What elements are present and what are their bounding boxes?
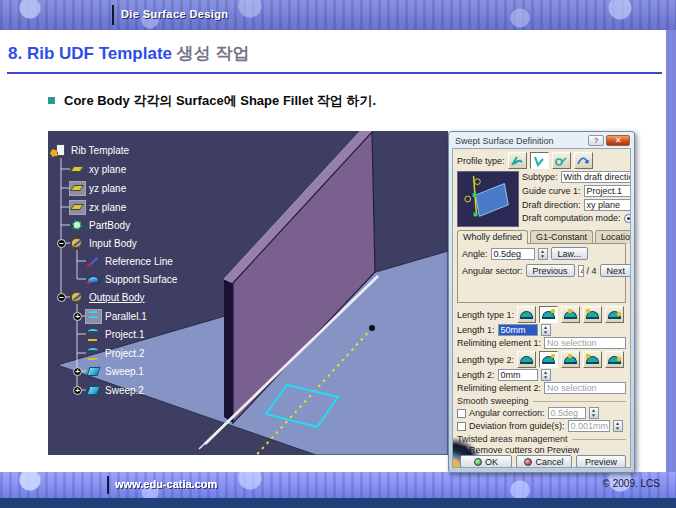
dialog-titlebar[interactable]: Swept Surface Definition ? ✕ [452, 133, 631, 148]
tree-item-label: yz plane [89, 183, 126, 194]
previous-button[interactable]: Previous [526, 264, 575, 277]
deviation-label: Deviation from guide(s): [469, 421, 565, 431]
length-type1-option2-button[interactable] [539, 306, 558, 323]
length2-spinner[interactable]: ▲▼ [541, 369, 551, 381]
profile-type-explicit-button[interactable] [508, 152, 527, 169]
rib-wall-edge [224, 279, 233, 423]
profile-type-conic-button[interactable] [574, 152, 593, 169]
support-surface-icon [86, 273, 101, 286]
tree-item-label: Reference Line [105, 256, 173, 267]
close-icon[interactable]: ✕ [606, 135, 630, 146]
tree-item-label: PartBody [89, 220, 130, 231]
tab-wholly-defined[interactable]: Wholly defined [457, 230, 528, 244]
length-type1-option5-button[interactable] [605, 306, 624, 323]
angular-correction-spinner[interactable]: ▲▼ [589, 407, 599, 419]
tree-item-reference-line[interactable]: Reference Line [86, 254, 173, 268]
tree-item-project-1[interactable]: Project.1 [86, 327, 144, 341]
project-curve-icon [86, 328, 101, 341]
length1-spinner[interactable]: ▲▼ [541, 324, 551, 336]
collapse-toggle-icon[interactable]: − [57, 239, 66, 248]
tree-item-output-body[interactable]: Output Body [70, 290, 145, 304]
sector-field[interactable]: 4 [578, 265, 584, 277]
profile-type-circle-button[interactable] [552, 152, 571, 169]
tree-item-sweep-2[interactable]: Sweep.2 [86, 383, 144, 397]
angle-spinner[interactable]: ▲▼ [538, 248, 548, 260]
subtype-dropdown[interactable]: With draft direction ▼ [561, 171, 631, 183]
law-button[interactable]: Law... [551, 247, 589, 260]
tree-item-support-surface[interactable]: Support Surface [86, 272, 177, 286]
tab-location-values[interactable]: Location values [595, 230, 631, 244]
bullet-item: Core Body 각각의 Surface에 Shape Fillet 작업 하… [48, 92, 376, 110]
angular-correction-label: Angular correction: [469, 408, 545, 418]
tree-item-input-body[interactable]: Input Body [70, 236, 137, 250]
length2-field[interactable]: 0mm [498, 369, 538, 381]
deviation-spinner[interactable]: ▲▼ [613, 420, 623, 432]
page-title: 8. Rib UDF Template 생성 작업 [8, 42, 250, 65]
preview-button[interactable]: Preview [576, 455, 626, 468]
tree-item-label: Sweep.2 [105, 385, 144, 396]
expand-toggle-icon[interactable]: + [73, 386, 82, 395]
relimit2-field[interactable]: No selection [544, 382, 626, 394]
subtype-value: With draft direction [564, 172, 631, 182]
guide-curve-field[interactable]: Project.1 [584, 185, 631, 197]
tree-item-yz-plane[interactable]: yz plane [70, 181, 126, 195]
spin-down-icon: ▼ [543, 375, 548, 380]
expand-toggle-icon[interactable]: + [73, 367, 82, 376]
tree-item-label: xy plane [89, 164, 126, 175]
profile-type-line-button[interactable] [530, 152, 549, 169]
header-banner: Die Surface Design [0, 0, 676, 30]
draft-direction-field[interactable]: xy plane [584, 199, 631, 211]
length-type2-option4-button[interactable] [583, 351, 602, 368]
tree-item-zx-plane[interactable]: zx plane [70, 200, 126, 214]
axis-endpoint-dot[interactable] [369, 325, 375, 331]
tree-item-label: Project.1 [105, 329, 144, 340]
length-type1-option3-button[interactable] [561, 306, 580, 323]
square-radio[interactable] [624, 214, 631, 223]
relimit1-field[interactable]: No selection [544, 337, 626, 349]
collapse-toggle-icon[interactable]: − [57, 293, 66, 302]
ok-button[interactable]: OK [460, 455, 512, 468]
bullet-marker-icon [48, 97, 55, 104]
right-edge-strip [666, 30, 676, 472]
spin-down-icon: ▼ [615, 426, 620, 431]
sweep-surface-icon [86, 365, 101, 378]
length-type2-option3-button[interactable] [561, 351, 580, 368]
title-underline [7, 72, 662, 74]
tab-g1-constant[interactable]: G1-Constant [530, 230, 593, 244]
next-button[interactable]: Next [600, 264, 631, 277]
length-type2-option1-button[interactable] [517, 351, 536, 368]
tree-item-label: Rib Template [71, 145, 129, 156]
tree-item-rib-template[interactable]: Rib Template [52, 143, 129, 157]
tree-item-partbody[interactable]: PartBody [70, 218, 130, 232]
draft-direction-label: Draft direction: [522, 200, 581, 210]
length-type-icon [586, 356, 599, 364]
length-type2-option5-button[interactable] [605, 351, 624, 368]
tree-item-xy-plane[interactable]: xy plane [70, 162, 126, 176]
tab-panel: Angle: 0.5deg ▲▼ Law... Angular sector: … [457, 243, 626, 303]
length-type2-option2-button[interactable] [539, 351, 558, 368]
partbody-gear-icon [70, 219, 85, 232]
line-profile-icon [532, 155, 546, 167]
length1-field[interactable]: 50mm [498, 324, 538, 336]
spin-down-icon: ▼ [543, 330, 548, 335]
expand-toggle-icon[interactable]: + [73, 312, 82, 321]
tree-item-project-2[interactable]: Project.2 [86, 346, 144, 360]
banner-title: Die Surface Design [121, 8, 228, 20]
length-type1-option4-button[interactable] [583, 306, 602, 323]
tree-item-sweep-1[interactable]: Sweep.1 [86, 364, 144, 378]
tree-item-parallel-1[interactable]: Parallel.1 [86, 309, 147, 323]
help-icon[interactable]: ? [588, 135, 604, 146]
length-type1-option1-button[interactable] [517, 306, 536, 323]
angular-correction-checkbox[interactable] [457, 409, 466, 418]
plane-icon-selected [70, 182, 85, 195]
sector-total-label: / 4 [587, 266, 597, 276]
3d-viewport[interactable]: Rib Template xy plane yz plane zx plane … [48, 131, 448, 455]
cancel-button[interactable]: Cancel [516, 455, 572, 468]
page-title-ko: 생성 작업 [172, 44, 249, 63]
angle-field[interactable]: 0.5deg [491, 248, 535, 260]
angular-correction-field[interactable]: 0.5deg [548, 407, 586, 419]
deviation-checkbox[interactable] [457, 422, 466, 431]
ok-button-label: OK [485, 457, 498, 467]
deviation-field[interactable]: 0.001mm [568, 420, 610, 432]
draft-mode-label: Draft computation mode: [522, 213, 621, 223]
